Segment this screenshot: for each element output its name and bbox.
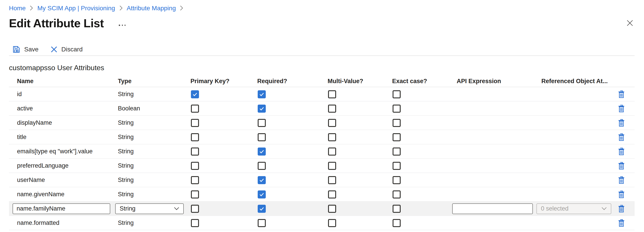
attribute-type: String: [118, 177, 190, 183]
required-checkbox[interactable]: [258, 176, 266, 184]
referenced-object-select[interactable]: 0 selected: [536, 203, 611, 214]
attribute-row: emails[type eq "work"].value String: [9, 144, 634, 159]
attribute-row: displayName String: [9, 116, 634, 130]
attribute-name: active: [9, 105, 118, 112]
exact-case-checkbox[interactable]: [392, 104, 401, 113]
page-title: Edit Attribute List: [9, 16, 104, 30]
primary-key-checkbox[interactable]: [191, 162, 199, 170]
primary-key-checkbox[interactable]: [191, 147, 199, 155]
primary-key-checkbox[interactable]: [191, 176, 199, 184]
delete-attribute-button[interactable]: [618, 133, 625, 141]
column-header-multi-value: Multi-Value?: [328, 78, 392, 84]
delete-attribute-button[interactable]: [618, 147, 625, 155]
multi-value-checkbox[interactable]: [328, 162, 336, 170]
type-select[interactable]: String: [115, 203, 184, 214]
exact-case-checkbox[interactable]: [392, 162, 401, 170]
exact-case-checkbox[interactable]: [392, 133, 401, 141]
required-checkbox[interactable]: [258, 147, 266, 155]
attribute-type: String: [118, 191, 190, 198]
column-header-referenced-object: Referenced Object At...: [541, 78, 617, 84]
api-expression-input[interactable]: [452, 203, 533, 214]
save-label: Save: [24, 46, 38, 53]
multi-value-checkbox[interactable]: [328, 147, 336, 155]
required-checkbox[interactable]: [258, 205, 266, 213]
breadcrumb-item-home[interactable]: Home: [9, 4, 26, 12]
type-select-value: String: [120, 205, 136, 212]
exact-case-checkbox[interactable]: [392, 219, 401, 227]
breadcrumb-item-attribute-mapping[interactable]: Attribute Mapping: [126, 4, 176, 12]
multi-value-checkbox[interactable]: [328, 133, 336, 141]
primary-key-checkbox[interactable]: [191, 104, 199, 113]
chevron-right-icon: [30, 5, 34, 11]
delete-attribute-button[interactable]: [618, 176, 625, 184]
exact-case-checkbox[interactable]: [392, 147, 401, 155]
attribute-type: String: [118, 119, 190, 126]
required-checkbox[interactable]: [258, 162, 266, 170]
multi-value-checkbox[interactable]: [328, 205, 336, 213]
delete-attribute-button[interactable]: [618, 104, 625, 113]
more-options-icon[interactable]: [119, 25, 126, 26]
multi-value-checkbox[interactable]: [328, 190, 336, 198]
multi-value-checkbox[interactable]: [328, 219, 336, 227]
discard-button[interactable]: Discard: [51, 46, 83, 53]
attribute-row: active Boolean: [9, 102, 634, 116]
required-checkbox[interactable]: [258, 190, 266, 198]
multi-value-checkbox[interactable]: [328, 119, 336, 127]
attribute-type: String: [118, 134, 190, 140]
divider: [9, 55, 634, 56]
primary-key-checkbox[interactable]: [191, 133, 199, 141]
primary-key-checkbox[interactable]: [191, 219, 199, 227]
delete-attribute-button[interactable]: [618, 162, 625, 170]
attribute-row: title String: [9, 130, 634, 144]
chevron-right-icon: [119, 5, 122, 11]
attribute-row: name.givenName String: [9, 187, 634, 202]
primary-key-checkbox[interactable]: [191, 90, 199, 98]
primary-key-checkbox[interactable]: [191, 190, 199, 198]
attribute-row: preferredLanguage String: [9, 159, 634, 173]
attribute-name: id: [9, 91, 118, 98]
delete-attribute-button[interactable]: [618, 90, 625, 98]
required-checkbox[interactable]: [258, 90, 266, 98]
attribute-name: title: [9, 134, 118, 140]
multi-value-checkbox[interactable]: [328, 90, 336, 98]
save-button[interactable]: Save: [12, 45, 38, 53]
breadcrumb-item-provisioning[interactable]: My SCIM App | Provisioning: [38, 4, 115, 12]
attribute-type: String: [118, 220, 190, 226]
delete-attribute-button[interactable]: [618, 190, 625, 198]
multi-value-checkbox[interactable]: [328, 176, 336, 184]
attribute-table: Name Type Primary Key? Required? Multi-V…: [9, 75, 634, 230]
close-icon[interactable]: [626, 20, 633, 26]
delete-attribute-button[interactable]: [618, 119, 625, 127]
table-header-row: Name Type Primary Key? Required? Multi-V…: [9, 75, 634, 87]
primary-key-checkbox[interactable]: [191, 205, 199, 213]
exact-case-checkbox[interactable]: [392, 176, 401, 184]
attribute-type: String: [118, 162, 190, 169]
chevron-down-icon: [174, 207, 179, 210]
exact-case-checkbox[interactable]: [392, 190, 401, 198]
save-icon: [12, 45, 20, 53]
chevron-down-icon: [602, 207, 607, 210]
attribute-table-body: id String active Boolean: [9, 87, 634, 230]
attribute-row: id String: [9, 87, 634, 102]
exact-case-checkbox[interactable]: [392, 90, 401, 98]
attribute-row-editing: String 0 selected: [9, 202, 634, 216]
section-heading: customappsso User Attributes: [9, 64, 104, 72]
required-checkbox[interactable]: [258, 219, 266, 227]
delete-attribute-button[interactable]: [618, 205, 625, 213]
column-header-primary-key: Primary Key?: [190, 78, 257, 84]
referenced-object-select-value: 0 selected: [541, 205, 568, 212]
title-row: Edit Attribute List: [9, 16, 126, 30]
attribute-type: String: [118, 148, 190, 155]
attribute-name: emails[type eq "work"].value: [9, 148, 118, 155]
required-checkbox[interactable]: [258, 104, 266, 113]
required-checkbox[interactable]: [258, 119, 266, 127]
multi-value-checkbox[interactable]: [328, 104, 336, 113]
required-checkbox[interactable]: [258, 133, 266, 141]
primary-key-checkbox[interactable]: [191, 119, 199, 127]
exact-case-checkbox[interactable]: [392, 119, 401, 127]
name-input[interactable]: [12, 203, 110, 214]
delete-attribute-button[interactable]: [618, 219, 625, 227]
column-header-type: Type: [118, 78, 190, 84]
exact-case-checkbox[interactable]: [392, 205, 401, 213]
attribute-name: name.givenName: [9, 191, 118, 198]
